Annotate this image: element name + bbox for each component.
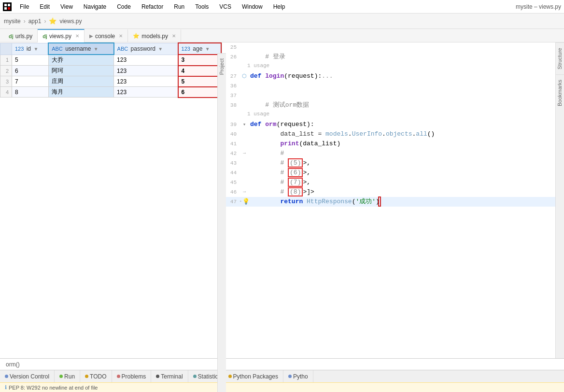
- code-line: 37: [222, 91, 555, 100]
- menu-edit[interactable]: Edit: [37, 2, 52, 11]
- bottom-tab-1[interactable]: Run: [55, 370, 80, 383]
- col-header-password[interactable]: ABC password ▼: [114, 43, 178, 55]
- cell-username-0: 大乔: [48, 55, 113, 66]
- table-row: 26阿珂1234: [0, 66, 222, 76]
- svg-rect-2: [4, 7, 7, 10]
- cell-id-1: 6: [12, 66, 49, 76]
- side-tab-structure[interactable]: Structure: [556, 42, 564, 74]
- side-tab-project[interactable]: Project: [218, 53, 222, 80]
- line-content: [248, 81, 555, 91]
- table-row: 48海月1236: [0, 87, 222, 98]
- cell-age-1: 4: [178, 66, 221, 76]
- usage-hint: 1 usage: [222, 110, 269, 120]
- cell-username-3: 海月: [48, 87, 113, 98]
- main-content: 123 id ▼ ABC username ▼ ABC password: [0, 42, 564, 358]
- menu-bar: File Edit View Navigate Code Refactor Ru…: [0, 0, 564, 14]
- table-row: 37庄周1235: [0, 76, 222, 87]
- line-gutter: [240, 81, 248, 91]
- menu-view[interactable]: View: [58, 2, 75, 11]
- side-tab-bookmarks[interactable]: Bookmarks: [556, 74, 564, 111]
- cell-age-2: 5: [178, 76, 221, 87]
- menu-file[interactable]: File: [17, 2, 31, 11]
- red-highlighted-num: (8): [288, 187, 303, 196]
- cell-id-0: 5: [12, 55, 49, 66]
- line-gutter: ◦💡: [240, 197, 248, 207]
- bottom-tab-6[interactable]: Python Packages: [224, 370, 283, 383]
- menu-refactor[interactable]: Refactor: [139, 2, 166, 11]
- code-line: 26 # 登录: [222, 52, 555, 62]
- code-line: 43 # (5)>,: [222, 158, 555, 168]
- code-line: 40 data_list = models.UserInfo.objects.a…: [222, 129, 555, 139]
- line-gutter: [240, 100, 248, 110]
- line-content: def orm(request):: [248, 120, 555, 129]
- line-gutter: →: [240, 187, 248, 197]
- bottom-tab-label-7: Pytho: [293, 373, 308, 380]
- code-editor[interactable]: 25 26 # 登录1 usage27⬡def login(request):.…: [222, 42, 555, 358]
- bottom-tab-2[interactable]: TODO: [80, 370, 112, 383]
- svg-rect-1: [8, 4, 10, 6]
- row-num-0: 1: [0, 55, 12, 66]
- menu-window[interactable]: Window: [240, 2, 265, 11]
- code-line: 45 # (7)>,: [222, 178, 555, 187]
- tab-close-views[interactable]: ✕: [75, 33, 79, 39]
- svg-rect-0: [4, 4, 7, 6]
- line-number: 25: [222, 42, 240, 52]
- table-row: 15大乔1233: [0, 55, 222, 66]
- bottom-tab-7[interactable]: Pytho: [283, 370, 313, 383]
- tab-star-icon-models: ⭐: [133, 33, 140, 39]
- red-highlighted-num: (5): [288, 158, 303, 168]
- tab-models[interactable]: ⭐ models.py ✕: [128, 29, 181, 42]
- col-header-id[interactable]: 123 id ▼: [12, 43, 49, 55]
- bottom-tab-dot-6: [228, 375, 232, 378]
- warn-message: PEP 8: W292 no newline at end of file: [9, 385, 98, 391]
- line-content: data_list = models.UserInfo.objects.all(…: [248, 129, 555, 139]
- tab-close-models[interactable]: ✕: [172, 33, 176, 39]
- breadcrumb-mysite[interactable]: mysite: [4, 18, 21, 25]
- menu-vcs[interactable]: VCS: [217, 2, 234, 11]
- html-icon: ⬡: [242, 71, 247, 81]
- usage-hint: 1 usage: [222, 62, 269, 71]
- menu-run[interactable]: Run: [171, 2, 187, 11]
- bottom-tab-label-5: Statistic: [198, 373, 218, 380]
- line-content: # (6)>,: [248, 168, 555, 178]
- bottom-tab-dot-4: [156, 375, 159, 378]
- tab-console[interactable]: ▶ console ✕: [85, 29, 128, 42]
- menu-navigate[interactable]: Navigate: [81, 2, 109, 11]
- left-panel: 123 id ▼ ABC username ▼ ABC password: [0, 42, 222, 358]
- line-content: # (5)>,: [248, 158, 555, 168]
- line-gutter: ▾: [240, 120, 248, 129]
- code-line: 36: [222, 81, 555, 91]
- tab-views[interactable]: dj views.py ✕: [38, 29, 85, 42]
- tab-con-icon: ▶: [89, 33, 93, 39]
- vertical-side-panel: Structure Bookmarks: [555, 42, 564, 358]
- tab-urls[interactable]: dj urls.py: [4, 29, 38, 42]
- line-content: # 登录: [248, 52, 555, 62]
- cell-age-3: 6: [178, 87, 221, 98]
- row-num-3: 4: [0, 87, 12, 98]
- breadcrumb-views[interactable]: views.py: [59, 18, 82, 25]
- tab-close-console[interactable]: ✕: [119, 33, 123, 39]
- bottom-tab-3[interactable]: Problems: [112, 370, 152, 383]
- code-line: 41 print(data_list): [222, 139, 555, 149]
- row-num-1: 2: [0, 66, 12, 76]
- menu-tools[interactable]: Tools: [193, 2, 211, 11]
- tab-bar: dj urls.py dj views.py ✕ ▶ console ✕ ⭐ m…: [0, 29, 564, 42]
- line-gutter: [240, 178, 248, 187]
- cell-password-1: 123: [114, 66, 178, 76]
- bottom-tab-dot-5: [193, 375, 197, 378]
- bottom-tab-4[interactable]: Terminal: [151, 370, 188, 383]
- col-header-rownum: [0, 43, 12, 55]
- app-logo: [3, 2, 12, 11]
- line-content: def login(request):...: [248, 71, 555, 81]
- function-bar: orm(): [0, 358, 564, 370]
- line-gutter: [240, 91, 248, 100]
- code-line: 47◦💡 return HttpResponse('成功'): [222, 197, 555, 207]
- col-header-age[interactable]: 123 age ▼: [178, 43, 221, 55]
- menu-help[interactable]: Help: [271, 2, 288, 11]
- bottom-tab-0[interactable]: Version Control: [0, 370, 55, 383]
- col-header-username[interactable]: ABC username ▼: [48, 43, 113, 55]
- bottom-tab-label-6: Python Packages: [233, 373, 278, 380]
- menu-code[interactable]: Code: [114, 2, 133, 11]
- breadcrumb-app1[interactable]: app1: [28, 18, 42, 25]
- line-content: #: [248, 149, 555, 158]
